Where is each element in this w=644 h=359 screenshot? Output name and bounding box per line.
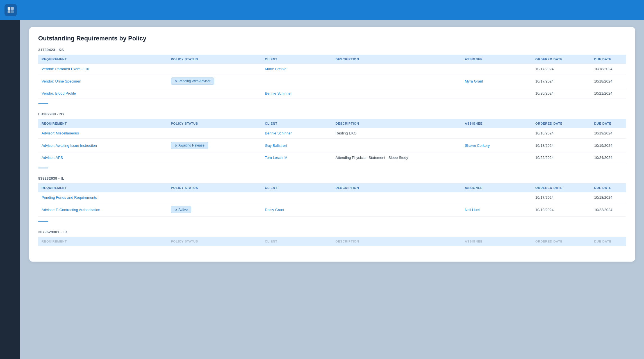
ordered-date: 10/20/2024 — [532, 88, 591, 99]
due-date: 10/18/2024 — [591, 64, 626, 74]
ordered-date: 10/17/2024 — [532, 192, 591, 203]
table-header-row-4: REQUIREMENT POLICY STATUS CLIENT DESCRIP… — [38, 237, 626, 246]
col-header-requirement-4: REQUIREMENT — [38, 237, 167, 246]
col-header-requirement-2: REQUIREMENT — [38, 119, 167, 128]
top-bar — [0, 0, 644, 20]
policy-section-1: 31739423 - KS REQUIREMENT POLICY STATUS … — [38, 48, 626, 104]
due-date: 10/19/2024 — [591, 128, 626, 139]
col-header-assignee-2: ASSIGNEE — [461, 119, 532, 128]
due-date: 10/22/2024 — [591, 203, 626, 217]
col-header-status-3: POLICY STATUS — [167, 183, 261, 192]
policy-section-4: 3079629301 - TX REQUIREMENT POLICY STATU… — [38, 230, 626, 246]
table-header-row-3: REQUIREMENT POLICY STATUS CLIENT DESCRIP… — [38, 183, 626, 192]
col-header-client-4: CLIENT — [261, 237, 332, 246]
table-row: Vendor: Paramed Exam - Full Marie Brekke… — [38, 64, 626, 74]
table-row: Pending Funds and Requirements 10/17/202… — [38, 192, 626, 203]
col-header-ordered-3: ORDERED DATE — [532, 183, 591, 192]
client-link[interactable]: Bennie Schinner — [265, 131, 292, 135]
due-date: 10/24/2024 — [591, 152, 626, 163]
ordered-date: 10/18/2024 — [532, 128, 591, 139]
badge-icon: ⊙ — [174, 144, 177, 147]
client-link[interactable]: Daisy Grant — [265, 208, 284, 212]
status-badge-pending-advisor: ⊙ Pending With Advisor — [171, 77, 214, 85]
col-header-ordered-4: ORDERED DATE — [532, 237, 591, 246]
description-cell: Attending Physician Statement - Sleep St… — [332, 152, 461, 163]
table-row: Vendor: Urine Specimen ⊙ Pending With Ad… — [38, 74, 626, 88]
col-header-ordered-2: ORDERED DATE — [532, 119, 591, 128]
svg-rect-1 — [11, 7, 14, 10]
policy-table-3: REQUIREMENT POLICY STATUS CLIENT DESCRIP… — [38, 183, 626, 217]
section-divider-1 — [38, 103, 48, 104]
policy-section-3: 838232639 - IL REQUIREMENT POLICY STATUS… — [38, 176, 626, 222]
page-title: Outstanding Requirements by Policy — [38, 35, 626, 42]
col-header-assignee-3: ASSIGNEE — [461, 183, 532, 192]
ordered-date: 10/17/2024 — [532, 74, 591, 88]
table-row: Vendor: Blood Profile Bennie Schinner 10… — [38, 88, 626, 99]
col-header-assignee-1: ASSIGNEE — [461, 55, 532, 64]
main-layout: Outstanding Requirements by Policy 31739… — [0, 20, 644, 359]
status-badge-awaiting-release: ⊙ Awaiting Release — [171, 142, 208, 149]
policy-table-1: REQUIREMENT POLICY STATUS CLIENT DESCRIP… — [38, 55, 626, 99]
ordered-date: 10/18/2024 — [532, 139, 591, 152]
requirement-link[interactable]: Advisor: Awaiting Issue Instruction — [42, 143, 97, 148]
col-header-description-1: DESCRIPTION — [332, 55, 461, 64]
status-badge-active: ⊙ Active — [171, 206, 191, 213]
col-header-requirement-3: REQUIREMENT — [38, 183, 167, 192]
client-link[interactable]: Marie Brekke — [265, 67, 286, 71]
col-header-client-3: CLIENT — [261, 183, 332, 192]
col-header-client-2: CLIENT — [261, 119, 332, 128]
requirement-link[interactable]: Vendor: Paramed Exam - Full — [42, 67, 90, 71]
col-header-due-3: DUE DATE — [591, 183, 626, 192]
table-row: Advisor: APS Tom Lesch IV Attending Phys… — [38, 152, 626, 163]
requirement-link[interactable]: Pending Funds and Requirements — [42, 195, 97, 200]
col-header-status-4: POLICY STATUS — [167, 237, 261, 246]
col-header-status-2: POLICY STATUS — [167, 119, 261, 128]
table-row: Advisor: E-Contracting Authorization ⊙ A… — [38, 203, 626, 217]
table-header-row-1: REQUIREMENT POLICY STATUS CLIENT DESCRIP… — [38, 55, 626, 64]
due-date: 10/18/2024 — [591, 192, 626, 203]
policy-id-3: 838232639 - IL — [38, 176, 626, 180]
col-header-due-1: DUE DATE — [591, 55, 626, 64]
ordered-date: 10/22/2024 — [532, 152, 591, 163]
requirement-link[interactable]: Vendor: Blood Profile — [42, 91, 76, 95]
assignee-link[interactable]: Myra Grant — [465, 79, 483, 83]
section-divider-3 — [38, 221, 48, 222]
col-header-due-2: DUE DATE — [591, 119, 626, 128]
table-row: Advisor: Awaiting Issue Instruction ⊙ Aw… — [38, 139, 626, 152]
client-link[interactable]: Bennie Schinner — [265, 91, 292, 95]
policy-id-4: 3079629301 - TX — [38, 230, 626, 234]
col-header-description-2: DESCRIPTION — [332, 119, 461, 128]
ordered-date: 10/19/2024 — [532, 203, 591, 217]
section-divider-2 — [38, 168, 48, 168]
due-date: 10/18/2024 — [591, 74, 626, 88]
col-header-requirement-1: REQUIREMENT — [38, 55, 167, 64]
requirement-link[interactable]: Advisor: E-Contracting Authorization — [42, 208, 100, 212]
policy-table-4: REQUIREMENT POLICY STATUS CLIENT DESCRIP… — [38, 237, 626, 246]
ordered-date: 10/17/2024 — [532, 64, 591, 74]
assignee-link[interactable]: Shawn Corkery — [465, 143, 490, 148]
content-area: Outstanding Requirements by Policy 31739… — [20, 20, 644, 359]
client-link[interactable]: Guy Balistreri — [265, 143, 287, 148]
requirement-link[interactable]: Advisor: APS — [42, 156, 63, 160]
client-link[interactable]: Tom Lesch IV — [265, 156, 287, 160]
requirement-link[interactable]: Advisor: Miscellaneous — [42, 131, 79, 135]
badge-icon: ⊙ — [174, 208, 177, 212]
table-row: Advisor: Miscellaneous Bennie Schinner R… — [38, 128, 626, 139]
requirement-link[interactable]: Vendor: Urine Specimen — [42, 79, 81, 83]
col-header-description-4: DESCRIPTION — [332, 237, 461, 246]
svg-rect-0 — [8, 7, 10, 10]
svg-rect-3 — [11, 10, 14, 13]
table-header-row-2: REQUIREMENT POLICY STATUS CLIENT DESCRIP… — [38, 119, 626, 128]
policy-id-2: LB382930 - NY — [38, 112, 626, 116]
policy-table-2: REQUIREMENT POLICY STATUS CLIENT DESCRIP… — [38, 119, 626, 163]
col-header-ordered-1: ORDERED DATE — [532, 55, 591, 64]
policy-id-1: 31739423 - KS — [38, 48, 626, 52]
due-date: 10/21/2024 — [591, 88, 626, 99]
assignee-link[interactable]: Neil Huel — [465, 208, 480, 212]
policy-section-2: LB382930 - NY REQUIREMENT POLICY STATUS … — [38, 112, 626, 168]
app-logo — [4, 4, 17, 16]
main-card: Outstanding Requirements by Policy 31739… — [29, 27, 635, 262]
col-header-description-3: DESCRIPTION — [332, 183, 461, 192]
badge-icon: ⊙ — [174, 79, 177, 83]
col-header-client-1: CLIENT — [261, 55, 332, 64]
